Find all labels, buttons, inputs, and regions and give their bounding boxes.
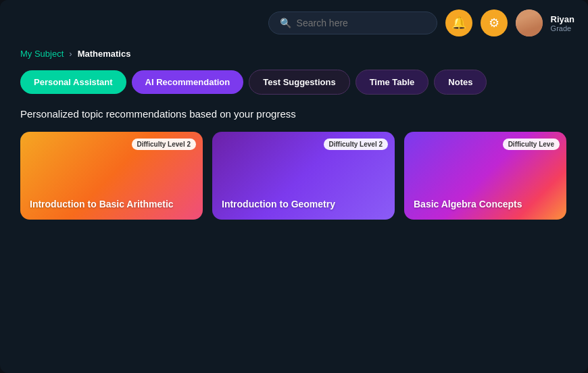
section-title: Personalized topic recommendations based… <box>20 108 568 120</box>
card-title-2: Introduction to Geometry <box>222 198 335 210</box>
cards-row: Difficulty Level 2 Introduction to Basic… <box>20 132 568 220</box>
header: 🔍 🔔 ⚙ Riyan Grade <box>0 0 588 46</box>
breadcrumb-current: Mathematics <box>78 49 131 59</box>
card-geometry[interactable]: Difficulty Level 2 Introduction to Geome… <box>212 132 395 220</box>
user-info: Riyan Grade <box>551 14 574 32</box>
search-bar[interactable]: 🔍 <box>268 11 437 34</box>
tab-notes[interactable]: Notes <box>434 70 487 95</box>
breadcrumb-separator: › <box>69 49 72 59</box>
settings-button[interactable]: ⚙ <box>481 9 508 36</box>
card-title-1: Introduction to Basic Arithmetic <box>30 198 174 210</box>
card-badge-1: Difficulty Level 2 <box>132 139 196 150</box>
user-name: Riyan <box>551 14 574 24</box>
avatar <box>516 9 543 36</box>
app-container: 🔍 🔔 ⚙ Riyan Grade My Subject › Mathemati… <box>0 0 588 373</box>
avatar-face <box>516 9 543 36</box>
breadcrumb-parent[interactable]: My Subject <box>20 49 64 59</box>
card-arithmetic[interactable]: Difficulty Level 2 Introduction to Basic… <box>20 132 203 220</box>
tab-test-suggestions[interactable]: Test Suggestions <box>249 70 349 95</box>
tab-personal-assistant[interactable]: Personal Assistant <box>20 70 126 94</box>
main-content: Personalized topic recommendations based… <box>0 108 588 220</box>
gear-icon: ⚙ <box>489 16 499 30</box>
bell-icon: 🔔 <box>451 16 466 30</box>
search-input[interactable] <box>297 18 426 28</box>
card-badge-3: Difficulty Leve <box>503 139 560 150</box>
breadcrumb: My Subject › Mathematics <box>0 46 588 70</box>
tab-ai-recommendation[interactable]: AI Recommendation <box>132 70 244 94</box>
card-title-3: Basic Algebra Concepts <box>414 198 522 210</box>
bell-button[interactable]: 🔔 <box>445 9 472 36</box>
tab-time-table[interactable]: Time Table <box>356 70 429 95</box>
card-algebra[interactable]: Difficulty Leve Basic Algebra Concepts <box>404 132 566 220</box>
card-badge-2: Difficulty Level 2 <box>324 139 388 150</box>
tabs-container: Personal Assistant AI Recommendation Tes… <box>0 70 588 95</box>
user-grade: Grade <box>551 24 574 32</box>
search-icon: 🔍 <box>280 18 291 28</box>
